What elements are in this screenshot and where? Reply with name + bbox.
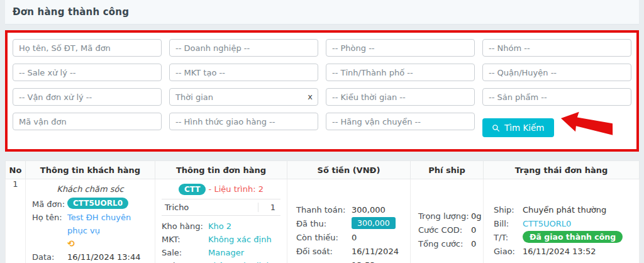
mkt-creator-select[interactable]: -- MKT tạo --: [169, 64, 318, 81]
payment-value: 300,000: [352, 203, 386, 217]
customer-info-cell: Khách chăm sóc Mã đơn: CTT5UORL0 Họ tên:…: [26, 179, 155, 263]
reconcile-label: Đối soát:: [296, 245, 352, 259]
page-title: Đơn hàng thành công: [13, 6, 129, 18]
col-header-money: Số tiền (VNĐ): [287, 161, 411, 179]
ship-method-value: Chuyển phát thường: [523, 203, 606, 217]
cod-fee-label: Cước COD:: [418, 223, 471, 237]
col-header-order: Thông tin đơn hàng: [155, 161, 287, 179]
received-label: Đã thu:: [296, 217, 352, 231]
status-cell: Ship: Chuyển phát thường Bill: CTT5UORL0…: [484, 179, 640, 263]
bill-code-link[interactable]: CTT5UORL0: [523, 217, 571, 231]
customer-name-link[interactable]: Test ĐH chuyên phục vụ: [67, 213, 131, 235]
time-type-select[interactable]: -- Kiểu thời gian --: [326, 88, 475, 106]
order-info-cell: CTT - Liệu trình: 2 Tricho 1 Kho hàng: K…: [155, 179, 287, 263]
vdon-label: V/đơn:: [162, 259, 208, 263]
total-fee-label: Tổng cước:: [418, 237, 471, 251]
customer-name-label: Họ tên:: [32, 211, 67, 224]
shipfee-cell: Trọng lượng: 0g Cước COD: 0 Tổng cước: 0: [411, 179, 484, 263]
payment-label: Thanh toán:: [296, 203, 352, 217]
order-source-badge: CTT: [179, 184, 206, 195]
orders-table: No Thông tin khách hàng Thông tin đơn hà…: [5, 160, 640, 263]
customer-care-type: Khách chăm sóc: [32, 183, 148, 196]
weight-value: 0g: [471, 210, 482, 223]
tt-status-label: T/T:: [494, 231, 523, 245]
product-row: Tricho 1: [162, 199, 280, 216]
time-range-input[interactable]: [169, 88, 318, 106]
table-row: 1 Khách chăm sóc Mã đơn: CTT5UORL0 Họ tê…: [6, 179, 640, 263]
group-select[interactable]: -- Nhóm --: [482, 39, 631, 57]
product-select[interactable]: -- Sản phẩm --: [482, 88, 631, 106]
col-header-customer: Thông tin khách hàng: [26, 161, 155, 179]
order-code-label: Mã đơn:: [32, 198, 67, 211]
delivered-value: 16/11/2024 13:52: [523, 245, 596, 259]
sale-handler-select[interactable]: -- Sale xử lý --: [13, 64, 162, 81]
received-badge: 300,000: [352, 217, 396, 229]
vdon-link[interactable]: Không xác định: [208, 259, 272, 263]
reconcile-value: 16/11/2024 13:53: [352, 245, 404, 263]
delivery-method-select[interactable]: -- Hình thức giao hàng --: [169, 113, 318, 130]
department-select[interactable]: -- Phòng --: [326, 39, 475, 57]
warehouse-link[interactable]: Kho 2: [208, 220, 231, 233]
search-button-cell: Tìm Kiếm: [482, 113, 631, 143]
row-number: 1: [6, 179, 26, 263]
history-icon[interactable]: ⟲: [67, 239, 75, 249]
search-filter-panel: -- Doanh nghiệp -- -- Phòng -- -- Nhóm -…: [5, 30, 639, 152]
page-header: Đơn hàng thành công: [5, 0, 639, 25]
weight-label: Trọng lượng:: [418, 210, 471, 223]
missing-value: 0: [352, 231, 357, 245]
product-qty: 1: [258, 203, 280, 212]
col-header-status: Trạng thái đơn hàng: [484, 161, 640, 179]
business-select[interactable]: -- Doanh nghiệp --: [169, 39, 318, 57]
sale-link[interactable]: Manager: [208, 246, 244, 259]
delivery-status-badge: Đã giao thành công: [523, 231, 623, 243]
search-icon: [492, 124, 500, 132]
sale-label: Sale:: [162, 246, 208, 259]
col-header-no: No: [6, 161, 26, 179]
tracking-field-wrap: [13, 113, 162, 143]
search-button[interactable]: Tìm Kiếm: [482, 118, 554, 137]
ship-method-label: Ship:: [494, 203, 523, 217]
product-name: Tricho: [162, 203, 258, 212]
shipping-handler-select[interactable]: -- Vận đơn xử lý --: [13, 88, 162, 106]
orders-table-wrap: No Thông tin khách hàng Thông tin đơn hà…: [5, 160, 639, 263]
tracking-code-input[interactable]: [13, 113, 162, 130]
keyword-input[interactable]: [13, 39, 162, 57]
course-count-text: - Liệu trình: 2: [209, 184, 264, 194]
carrier-select[interactable]: -- Hãng vận chuyển --: [326, 113, 475, 130]
col-header-shipfee: Phí ship: [411, 161, 484, 179]
clear-time-icon[interactable]: x: [308, 92, 313, 101]
bill-label: Bill:: [494, 217, 523, 231]
total-fee-value: 0: [471, 237, 476, 251]
money-cell: Thanh toán: 300,000 Đã thu: 300,000 Còn …: [287, 179, 411, 263]
order-code-badge: CTT5UORL0: [67, 198, 128, 209]
cod-fee-value: 0: [471, 223, 476, 237]
pointer-arrow-icon: [559, 113, 617, 143]
warehouse-label: Kho hàng:: [162, 220, 208, 233]
mkt-label: MKT:: [162, 233, 208, 246]
district-select[interactable]: -- Quận/Huyện --: [482, 64, 631, 81]
keyword-field-wrap: [13, 39, 162, 57]
mkt-link[interactable]: Không xác định: [208, 233, 272, 246]
province-select[interactable]: -- Tỉnh/Thành phố --: [326, 64, 475, 81]
delivered-label: Giao:: [494, 245, 523, 259]
data-time-label: Data:: [32, 250, 67, 263]
time-field-wrap: x: [169, 88, 318, 106]
data-time-value: 16/11/2024 13:44: [67, 250, 141, 263]
missing-label: Còn thiếu:: [296, 231, 352, 245]
table-header-row: No Thông tin khách hàng Thông tin đơn hà…: [6, 161, 640, 179]
